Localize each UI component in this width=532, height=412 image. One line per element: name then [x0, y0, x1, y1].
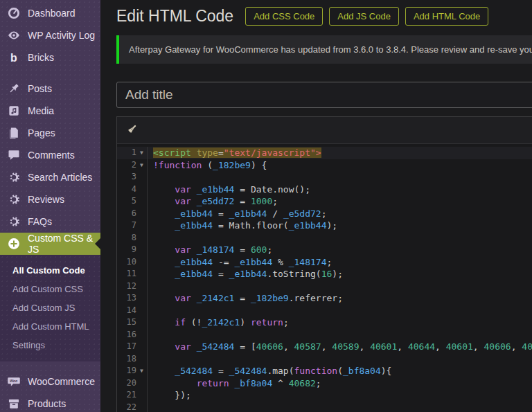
- code-text: });: [148, 389, 532, 402]
- bricks-icon: b: [7, 51, 21, 64]
- custom-css-js-submenu: All Custom CodeAdd Custom CSSAdd Custom …: [0, 255, 100, 361]
- update-notice: Afterpay Gateway for WooCommerce has upd…: [116, 35, 532, 64]
- fold-gutter: [136, 341, 147, 353]
- code-text: [148, 329, 532, 341]
- sidebar-item-reviews[interactable]: Reviews: [0, 188, 100, 211]
- editor-panel: 1▼<script type="text/javascript">2▼!func…: [116, 116, 532, 412]
- fold-gutter: [136, 377, 147, 390]
- fold-gutter: [136, 220, 147, 232]
- sidebar-item-label: Comments: [28, 150, 75, 161]
- sidebar-item-label: Media: [28, 105, 54, 116]
- sidebar-item-search-articles[interactable]: Search Articles: [0, 166, 100, 188]
- title-input[interactable]: [116, 82, 532, 108]
- line-number: 9: [117, 244, 136, 256]
- sidebar-item-label: Reviews: [28, 194, 64, 205]
- page-header: Edit HTML Code Add CSS CodeAdd JS CodeAd…: [116, 7, 532, 26]
- sidebar-item-comments[interactable]: Comments: [0, 144, 100, 166]
- pushpin-icon: [7, 82, 21, 96]
- line-number: 7: [117, 220, 136, 232]
- line-number: 3: [117, 171, 136, 183]
- sidebar-item-pages[interactable]: Pages: [0, 122, 100, 144]
- submenu-item-add-custom-js[interactable]: Add Custom JS: [0, 298, 100, 317]
- fold-gutter: [136, 244, 147, 256]
- submenu-item-add-custom-html[interactable]: Add Custom HTML: [0, 317, 100, 336]
- sidebar-item-dashboard[interactable]: Dashboard: [0, 2, 100, 24]
- fold-gutter: [136, 268, 147, 280]
- line-number: 11: [117, 268, 136, 280]
- code-line: 15 if (!_2142c1) return;: [117, 316, 532, 329]
- code-line: 10 _e1bb44 -= _e1bb44 % _148174;: [117, 256, 532, 269]
- fold-gutter: [136, 353, 147, 366]
- submenu-item-settings[interactable]: Settings: [0, 336, 100, 355]
- sidebar-item-wp-activity-log[interactable]: WP Activity Log: [0, 24, 100, 46]
- page-title: Edit HTML Code: [116, 7, 233, 26]
- code-line: 4 var _e1bb44 = Date.now();: [117, 183, 532, 196]
- fold-gutter: [136, 305, 147, 317]
- menu-separator: [0, 69, 100, 78]
- comment-icon: [7, 148, 21, 162]
- sidebar-item-label: Dashboard: [28, 8, 76, 19]
- code-text: [148, 402, 532, 412]
- sidebar-item-custom-css-js[interactable]: Custom CSS & JS: [0, 233, 100, 255]
- wordpress-admin-page: DashboardWP Activity LogbBricksPostsMedi…: [0, 0, 532, 412]
- code-line: 7 _e1bb44 = Math.floor(_e1bb44);: [117, 220, 532, 232]
- line-number: 10: [117, 256, 136, 269]
- fold-gutter: [136, 402, 147, 412]
- fold-arrow-icon[interactable]: ▼: [136, 365, 147, 377]
- fold-gutter: [136, 280, 147, 293]
- sidebar-item-faqs[interactable]: FAQs: [0, 211, 100, 233]
- line-number: 6: [117, 208, 136, 220]
- code-line: 1▼<script type="text/javascript">: [117, 147, 532, 159]
- line-number: 8: [117, 232, 136, 244]
- pages-icon: [7, 126, 21, 140]
- code-text: _e1bb44 -= _e1bb44 % _148174;: [148, 256, 532, 269]
- sidebar-item-bricks[interactable]: bBricks: [0, 46, 100, 69]
- fold-gutter: [136, 329, 147, 341]
- svg-text:b: b: [10, 52, 17, 64]
- line-number: 15: [117, 316, 136, 329]
- line-number: 21: [117, 389, 136, 402]
- fold-gutter: [136, 183, 147, 196]
- code-line: 8: [117, 232, 532, 244]
- line-number: 22: [117, 402, 136, 412]
- submenu-item-all-custom-code[interactable]: All Custom Code: [0, 261, 100, 280]
- line-number: 16: [117, 329, 136, 341]
- code-text: var _e5dd72 = 1000;: [148, 195, 532, 208]
- sidebar-item-label: FAQs: [28, 216, 52, 227]
- code-text: _542484 = _542484.map(function(_bf8a04){: [148, 365, 532, 377]
- line-number: 1: [117, 147, 136, 159]
- notice-text: Afterpay Gateway for WooCommerce has upd…: [129, 44, 532, 55]
- submenu-item-add-custom-css[interactable]: Add Custom CSS: [0, 280, 100, 298]
- gear-icon: [7, 192, 21, 206]
- sidebar-item-woocommerce[interactable]: WooWooCommerce: [0, 370, 100, 393]
- code-text: <script type="text/javascript">: [148, 147, 532, 159]
- fold-gutter: [136, 292, 147, 305]
- fold-arrow-icon[interactable]: ▼: [136, 147, 147, 159]
- add-css-code-button[interactable]: Add CSS Code: [245, 7, 323, 26]
- code-line: 20 return _bf8a04 ^ 40682;: [117, 377, 532, 390]
- fold-gutter: [136, 208, 147, 220]
- eye-icon: [7, 28, 21, 42]
- line-number: 13: [117, 292, 136, 305]
- line-number: 2: [117, 159, 136, 172]
- sidebar-item-products[interactable]: Products: [0, 393, 100, 412]
- line-number: 5: [117, 195, 136, 208]
- fold-arrow-icon[interactable]: ▼: [136, 159, 147, 172]
- code-text: [148, 280, 532, 293]
- main-content: Edit HTML Code Add CSS CodeAdd JS CodeAd…: [100, 0, 532, 412]
- code-text: [148, 353, 532, 366]
- fold-gutter: [136, 256, 147, 269]
- code-text: _e1bb44 = _e1bb44 / _e5dd72;: [148, 208, 532, 220]
- code-line: 14: [117, 305, 532, 317]
- editor-toolbar: [117, 117, 532, 144]
- media-icon: [7, 104, 21, 118]
- fold-gutter: [136, 171, 147, 183]
- brush-icon[interactable]: [125, 123, 139, 138]
- add-html-code-button[interactable]: Add HTML Code: [405, 7, 488, 26]
- add-js-code-button[interactable]: Add JS Code: [329, 7, 399, 26]
- sidebar-item-posts[interactable]: Posts: [0, 78, 100, 100]
- sidebar-item-media[interactable]: Media: [0, 100, 100, 122]
- code-editor[interactable]: 1▼<script type="text/javascript">2▼!func…: [117, 144, 532, 412]
- code-line: 5 var _e5dd72 = 1000;: [117, 195, 532, 208]
- fold-gutter: [136, 389, 147, 402]
